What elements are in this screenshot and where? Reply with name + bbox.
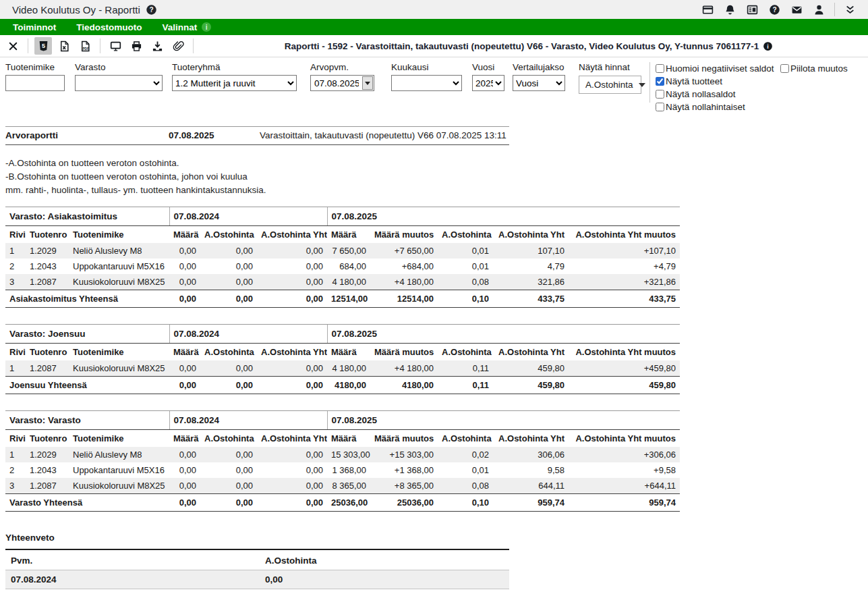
cell: 0,00	[257, 274, 327, 290]
total-cell: 0,00	[257, 290, 327, 308]
pdf-button[interactable]: PDF	[76, 37, 94, 55]
print-button[interactable]	[127, 37, 145, 55]
attachment-button[interactable]	[169, 37, 187, 55]
cell: 3	[5, 274, 26, 290]
menu-item-tiedostomuoto[interactable]: Tiedostomuoto	[66, 19, 152, 35]
total-cell: 459,80	[493, 377, 569, 394]
cell: 1.2043	[26, 259, 69, 274]
excel-button[interactable]	[55, 37, 73, 55]
filter-arvopvm: Arvopvm.	[310, 62, 374, 91]
filter-label-nayta-hinnat: Näytä hinnat	[579, 62, 641, 72]
arvopvm-dropdown-button[interactable]	[362, 76, 373, 90]
table-row: 31.2087Kuusiokoloruuvi M8X250,000,000,00…	[5, 478, 680, 494]
cell: 1.2087	[26, 478, 69, 494]
news-icon[interactable]	[745, 2, 759, 17]
cell: 0,00	[257, 478, 327, 494]
svg-text:?: ?	[772, 6, 776, 14]
monitor-icon	[110, 40, 121, 52]
table-row: 21.2043Uppokantaruuvi M5X160,000,000,001…	[5, 462, 680, 478]
column-header: A.Ostohinta Yht	[257, 430, 327, 448]
close-button[interactable]	[4, 37, 22, 55]
window-icon[interactable]	[700, 2, 715, 17]
cell: 4,79	[493, 259, 569, 274]
cell: 4 180,00	[327, 274, 370, 290]
filter-varasto: Varasto	[75, 62, 163, 91]
nayta-hinnat-value: A.Ostohinta	[585, 80, 633, 90]
nayta-hinnat-dropdown-button[interactable]: A.Ostohinta	[579, 76, 641, 94]
filter-label-arvopvm: Arvopvm.	[310, 62, 374, 72]
column-header: A.Ostohinta	[438, 226, 493, 244]
cell: 0,00	[200, 259, 257, 274]
cell: +306,06	[569, 447, 680, 462]
warehouse-total-row: Varasto Yhteensä0,000,000,0025036,002503…	[5, 494, 680, 512]
arvopvm-field	[310, 75, 374, 91]
warehouse-name: Varasto: Asiakastoimitus	[5, 207, 169, 226]
collapse-icon[interactable]	[842, 2, 857, 17]
cell: Uppokantaruuvi M5X16	[69, 259, 169, 274]
option-huomioi-negatiiviset-saldot[interactable]: Huomioi negatiiviset saldot	[656, 62, 780, 75]
vuosi-select[interactable]: 2025	[472, 75, 504, 91]
toolbar-separator	[28, 38, 28, 53]
mail-icon[interactable]	[789, 2, 804, 17]
period-1-date: 07.08.2024	[169, 325, 327, 344]
cell: 0,00	[200, 360, 257, 377]
option-piilota-muutos[interactable]: Piilota muutos	[780, 62, 861, 75]
menu-item-valinnat[interactable]: Valinnati	[152, 19, 221, 35]
svg-text:PDF: PDF	[82, 47, 88, 51]
filter-kuukausi: Kuukausi	[391, 62, 462, 91]
cell: 0,00	[169, 360, 200, 377]
checkbox-unchecked[interactable]	[656, 64, 664, 73]
cell: 0,02	[438, 447, 493, 462]
toolbar-separator	[100, 38, 100, 53]
cell: Kuusiokoloruuvi M8X25	[69, 360, 169, 377]
total-cell: 0,00	[169, 494, 200, 512]
user-icon[interactable]	[811, 2, 826, 17]
tuoteryhma-select[interactable]: 1.2 Mutterit ja ruuvit	[172, 75, 297, 91]
cell: 0,00	[169, 259, 200, 274]
option-näytä-tuotteet[interactable]: Näytä tuotteet	[656, 75, 780, 88]
arvopvm-input[interactable]	[311, 78, 362, 88]
option-näytä-nollahintaiset[interactable]: Näytä nollahintaiset	[656, 101, 780, 113]
filter-label-vuosi: Vuosi	[472, 62, 504, 72]
cell: 1.2087	[26, 274, 69, 290]
column-header: A.Ostohinta Yht	[257, 344, 327, 361]
total-cell: 459,80	[569, 377, 680, 394]
menu-item-label: Tiedostomuoto	[76, 22, 142, 32]
html-button[interactable]: 5	[34, 37, 52, 55]
checkbox-checked[interactable]	[656, 77, 664, 86]
cell: +459,80	[569, 360, 680, 377]
period-1-date: 07.08.2024	[169, 411, 327, 430]
close-icon	[7, 40, 19, 52]
chevron-down-icon	[365, 82, 370, 85]
filter-tuoteryhma: Tuoteryhmä1.2 Mutterit ja ruuvit	[172, 62, 297, 91]
checkbox-unchecked[interactable]	[780, 64, 789, 73]
info-icon[interactable]: i	[763, 41, 773, 51]
titlebar-separator	[834, 3, 835, 16]
toolbar: 5PDF Raportti - 1592 - Varastoittain, ta…	[0, 35, 868, 57]
column-header: Tuotenimike	[69, 430, 169, 448]
help-circle-icon[interactable]: ?	[146, 4, 157, 16]
column-header: Määrä	[327, 430, 370, 448]
help-icon[interactable]: ?	[767, 2, 782, 17]
varasto-select[interactable]	[75, 75, 163, 91]
checkbox-unchecked[interactable]	[656, 90, 664, 99]
report-content: Arvoraportti 07.08.2025 Varastoittain, t…	[0, 126, 868, 594]
menu-item-toiminnot[interactable]: Toiminnot	[3, 19, 66, 35]
bell-icon[interactable]	[722, 2, 737, 17]
column-header: A.Ostohinta Yht	[257, 226, 327, 244]
filter-label-tuoteryhma: Tuoteryhmä	[172, 62, 297, 72]
vertailujakso-select[interactable]: Vuosi	[513, 75, 565, 91]
tuotenimike-input[interactable]	[5, 75, 65, 91]
filter-nayta-hinnat: Näytä hinnatA.Ostohinta	[579, 62, 641, 94]
cell: 306,06	[493, 447, 569, 462]
option-näytä-nollasaldot[interactable]: Näytä nollasaldot	[656, 88, 780, 101]
monitor-button[interactable]	[107, 37, 124, 55]
report-date: 07.08.2025	[169, 130, 260, 140]
total-cell: 25036,00	[327, 494, 370, 512]
column-header: A.Ostohinta Yht muutos	[569, 226, 680, 244]
cell: 3	[5, 478, 26, 494]
checkbox-unchecked[interactable]	[656, 103, 664, 111]
kuukausi-select[interactable]	[391, 75, 462, 91]
summary-header-row: Pvm.A.Ostohinta	[5, 551, 509, 570]
download-button[interactable]	[148, 37, 166, 55]
